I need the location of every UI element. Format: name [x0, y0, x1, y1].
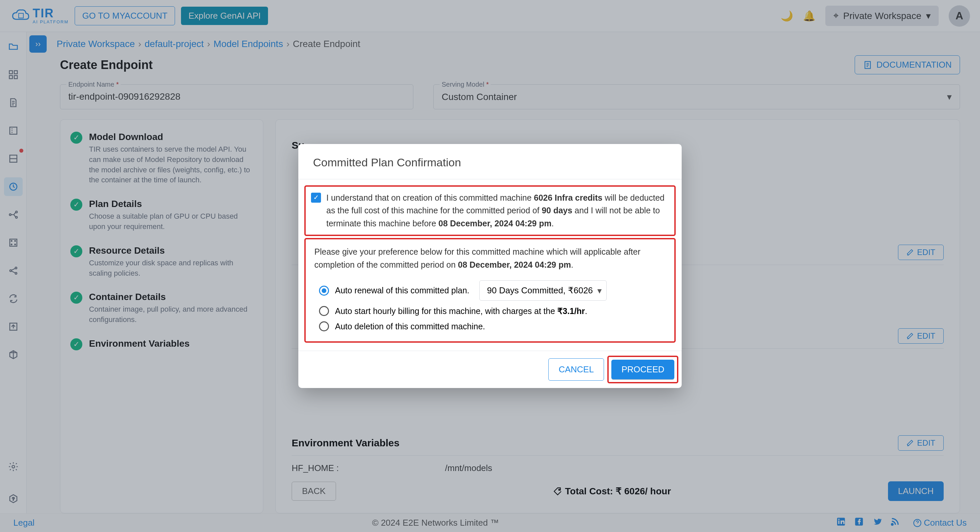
radio-label: Auto deletion of this committed machine. — [335, 322, 485, 331]
committed-plan-modal: Committed Plan Confirmation ✓ I understa… — [298, 144, 682, 388]
proceed-button[interactable]: PROCEED — [611, 360, 675, 379]
consent-checkbox[interactable]: ✓ — [311, 193, 321, 203]
radio-icon — [319, 286, 329, 296]
radio-label: Auto start hourly billing for this machi… — [335, 306, 587, 316]
proceed-highlight: PROCEED — [607, 356, 678, 383]
radio-icon — [319, 321, 329, 331]
renew-select-value: 90 Days Committed, ₹6026 — [487, 285, 593, 295]
cancel-button[interactable]: CANCEL — [548, 358, 604, 381]
modal-overlay: Committed Plan Confirmation ✓ I understa… — [0, 0, 980, 532]
radio-label: Auto renewal of this committed plan. — [335, 286, 469, 295]
radio-auto-renew[interactable]: Auto renewal of this committed plan. 90 … — [319, 280, 666, 301]
modal-title: Committed Plan Confirmation — [298, 144, 682, 179]
consent-text: I understand that on creation of this co… — [326, 191, 669, 230]
radio-delete[interactable]: Auto deletion of this committed machine. — [319, 321, 666, 331]
renew-plan-select[interactable]: 90 Days Committed, ₹6026 — [479, 280, 607, 301]
preference-box: Please give your preference below for th… — [304, 238, 676, 343]
radio-icon — [319, 306, 329, 316]
radio-hourly[interactable]: Auto start hourly billing for this machi… — [319, 306, 666, 316]
preference-text: Please give your preference below for th… — [311, 244, 669, 276]
consent-box: ✓ I understand that on creation of this … — [304, 185, 676, 236]
